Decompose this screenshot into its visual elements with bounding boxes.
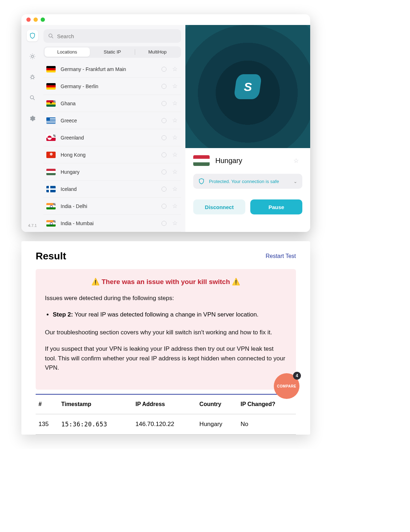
disconnect-button[interactable]: Disconnect xyxy=(193,199,245,214)
flag-icon: V xyxy=(46,100,56,107)
select-radio[interactable] xyxy=(162,221,166,226)
svg-point-3 xyxy=(49,34,52,37)
favorite-star-icon[interactable]: ☆ xyxy=(172,185,178,193)
location-row[interactable]: VIndia - Mumbai☆ xyxy=(43,215,181,232)
location-name: Hungary xyxy=(61,169,162,175)
favorite-star-icon[interactable]: ☆ xyxy=(172,168,178,176)
ip-log-table: # Timestamp IP Address Country IP Change… xyxy=(36,394,296,435)
connected-country: Hungary xyxy=(215,157,288,165)
favorite-star-icon[interactable]: ☆ xyxy=(172,100,178,107)
favorite-star-icon[interactable]: ☆ xyxy=(172,202,178,210)
flag-icon xyxy=(46,152,56,158)
locations-panel: Locations Static IP MultiHop Germany - F… xyxy=(43,25,185,232)
sidebar: 4.7.1 xyxy=(21,25,43,232)
alert-title: ⚠️ There was an issue with your kill swi… xyxy=(45,278,287,286)
select-radio[interactable] xyxy=(162,135,166,140)
select-radio[interactable] xyxy=(162,204,166,209)
compare-label: COMPARE xyxy=(277,384,296,388)
compare-button[interactable]: COMPARE 4 xyxy=(274,373,299,399)
select-radio[interactable] xyxy=(162,118,166,123)
location-row[interactable]: Hungary☆ xyxy=(43,163,181,181)
location-name: Germany - Berlin xyxy=(61,83,162,89)
result-title: Result xyxy=(36,250,66,262)
issues-intro: Issues were detected during the followin… xyxy=(45,294,287,303)
tab-static-ip[interactable]: Static IP xyxy=(90,47,135,57)
flag-icon xyxy=(46,186,56,192)
sidebar-shield-icon[interactable] xyxy=(27,30,38,41)
restart-test-link[interactable]: Restart Test xyxy=(266,253,296,259)
minimize-window-button[interactable] xyxy=(34,17,38,22)
col-timestamp: Timestamp xyxy=(58,394,133,414)
close-window-button[interactable] xyxy=(26,17,31,22)
col-num: # xyxy=(36,394,58,414)
pause-button[interactable]: Pause xyxy=(250,199,302,214)
location-row[interactable]: VGhana☆ xyxy=(43,95,181,112)
table-row: 135 15:36:20.653 146.70.120.22 Hungary N… xyxy=(36,414,296,435)
flag-icon xyxy=(46,117,56,124)
connection-hero: S xyxy=(185,25,310,148)
sidebar-alert-icon[interactable] xyxy=(27,51,38,62)
location-name: India - Mumbai xyxy=(61,221,162,226)
chevron-down-icon: ⌄ xyxy=(293,179,297,184)
location-name: India - Delhi xyxy=(61,203,162,209)
select-radio[interactable] xyxy=(162,84,166,89)
favorite-star-icon[interactable]: ☆ xyxy=(172,82,178,90)
search-field[interactable] xyxy=(43,29,181,43)
search-input[interactable] xyxy=(57,33,177,39)
location-type-tabs: Locations Static IP MultiHop xyxy=(43,46,181,58)
select-radio[interactable] xyxy=(162,169,166,174)
troubleshoot-text: Our troubleshooting section covers why y… xyxy=(45,328,287,337)
locations-list[interactable]: Germany - Frankfurt am Main☆Germany - Be… xyxy=(43,61,181,232)
location-name: Germany - Frankfurt am Main xyxy=(61,66,162,72)
protection-status[interactable]: Protected. Your connection is safe ⌄ xyxy=(193,174,302,189)
flag-icon: V xyxy=(46,203,56,209)
favorite-star-icon[interactable]: ☆ xyxy=(293,157,299,164)
col-country: Country xyxy=(196,394,237,414)
tab-multihop[interactable]: MultiHop xyxy=(135,47,180,57)
svg-point-1 xyxy=(31,76,34,79)
maximize-window-button[interactable] xyxy=(41,17,45,22)
compare-count-badge: 4 xyxy=(293,372,301,380)
connected-location: Hungary ☆ xyxy=(193,155,302,166)
select-radio[interactable] xyxy=(162,101,166,106)
location-row[interactable]: Hong Kong☆ xyxy=(43,146,181,163)
location-row[interactable]: VGreenland☆ xyxy=(43,129,181,146)
vpn-app-window: 4.7.1 Locations Static IP MultiHop Germa… xyxy=(21,14,310,232)
sidebar-settings-icon[interactable] xyxy=(27,113,38,124)
location-row[interactable]: Iceland☆ xyxy=(43,181,181,198)
location-name: Iceland xyxy=(61,186,162,192)
favorite-star-icon[interactable]: ☆ xyxy=(172,219,178,227)
sidebar-bug-icon[interactable] xyxy=(27,71,38,83)
sidebar-search-icon[interactable] xyxy=(27,92,38,103)
tab-locations[interactable]: Locations xyxy=(45,47,90,57)
select-radio[interactable] xyxy=(162,67,166,72)
app-version: 4.7.1 xyxy=(28,223,37,228)
location-row[interactable]: Greece☆ xyxy=(43,112,181,129)
favorite-star-icon[interactable]: ☆ xyxy=(172,134,178,141)
hungary-flag-icon xyxy=(193,155,210,166)
status-text: Protected. Your connection is safe xyxy=(209,179,279,184)
flag-icon: V xyxy=(46,220,56,227)
location-row[interactable]: VIndia - Delhi☆ xyxy=(43,198,181,215)
flag-icon xyxy=(46,66,56,72)
alert-box: ⚠️ There was an issue with your kill swi… xyxy=(36,269,296,390)
shield-icon xyxy=(198,178,205,184)
location-row[interactable]: Germany - Frankfurt am Main☆ xyxy=(43,61,181,78)
leak-text: If you suspect that your VPN is leaking … xyxy=(45,344,287,373)
search-icon xyxy=(48,33,54,39)
issue-step-2: Step 2: Your real IP was detected follow… xyxy=(53,310,287,319)
favorite-star-icon[interactable]: ☆ xyxy=(172,65,178,73)
svg-point-0 xyxy=(31,55,34,57)
favorite-star-icon[interactable]: ☆ xyxy=(172,151,178,158)
svg-point-2 xyxy=(30,96,34,99)
location-name: Ghana xyxy=(61,101,162,106)
select-radio[interactable] xyxy=(162,152,166,157)
window-titlebar xyxy=(21,14,310,25)
connection-panel: S Hungary ☆ Protected. Your connection i… xyxy=(185,25,310,232)
favorite-star-icon[interactable]: ☆ xyxy=(172,117,178,124)
select-radio[interactable] xyxy=(162,187,166,192)
location-row[interactable]: Germany - Berlin☆ xyxy=(43,78,181,95)
location-name: Greece xyxy=(61,118,162,123)
result-section: Result Restart Test ⚠️ There was an issu… xyxy=(21,241,310,435)
location-name: Greenland xyxy=(61,135,162,141)
